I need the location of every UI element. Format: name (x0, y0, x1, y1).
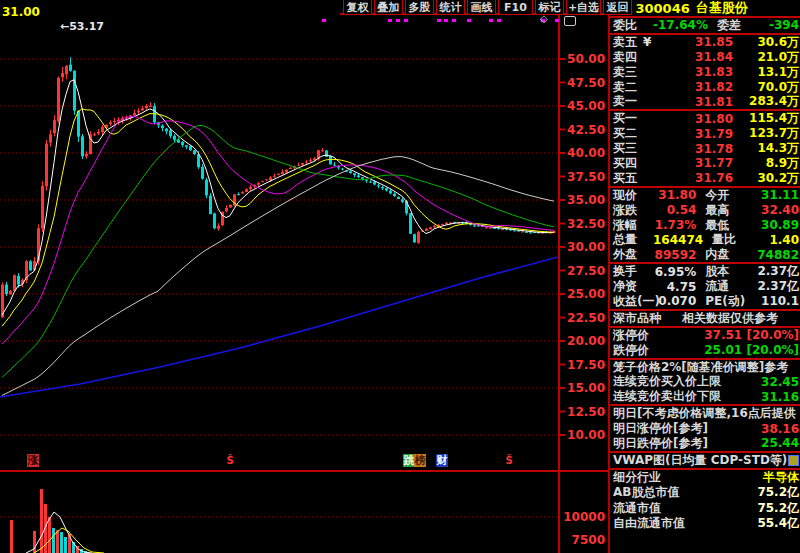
market-row: 深市品种 相关数据仅供参考 (610, 311, 800, 328)
svg-text:30.00: 30.00 (567, 240, 605, 254)
limit-label: 涨停价 (613, 328, 649, 343)
buy-queue: 买一31.80115.4万买二31.79123.7万买三31.7814.3万买四… (610, 111, 800, 187)
stat-row: 外盘89592内盘74882 (610, 247, 800, 262)
stat-label: 收益(一) (613, 294, 653, 309)
stat-row: 涨跌0.54最高32.40 (610, 203, 800, 218)
vwap-chart-icon[interactable] (788, 455, 799, 466)
level-volume: 70.0万 (733, 80, 799, 95)
stat-value: 32.40 (751, 203, 799, 217)
svg-text:40.00: 40.00 (567, 146, 605, 160)
toolbar-button-8[interactable]: +自选 (566, 0, 601, 15)
buy-level-row: 买五31.7630.2万 (610, 171, 800, 186)
event-marker-orange-badge[interactable]: 榜 (414, 454, 426, 467)
fundamental-row: 自由流通市值55.4亿 (610, 516, 800, 531)
fundamental-label: 流通市值 (613, 501, 661, 516)
kline-chart[interactable]: 50.0047.5045.0042.5040.0037.5035.0032.50… (0, 0, 608, 553)
toolbar-button-9[interactable]: 返回 (603, 0, 632, 15)
svg-text:47.50: 47.50 (567, 76, 605, 90)
level-volume: 123.7万 (733, 126, 799, 141)
toolbar-button-2[interactable]: 叠加 (374, 0, 403, 15)
level-label: 买五 (613, 171, 643, 186)
fundamental-label: 自由流通市值 (613, 516, 685, 531)
sell-level-row: 卖五¥31.8530.6万 (610, 35, 800, 50)
level-label: 买一 (613, 111, 643, 126)
stock-code[interactable]: 300046 (635, 1, 689, 16)
level-price: 31.80 (655, 112, 733, 126)
stat-label: 换手 (613, 264, 653, 279)
level-label: 卖二 (613, 80, 643, 95)
limit-row: 涨停价37.51 [20.0%] (610, 328, 800, 343)
stat-label: PE(动) (696, 294, 751, 309)
level-price: 31.79 (655, 127, 733, 141)
fundamental-row: AB股总市值75.2亿 (610, 485, 800, 500)
level-label: 买四 (613, 156, 643, 171)
level-label: 卖四 (613, 50, 643, 65)
toolbar-button-3[interactable]: 多股 (405, 0, 434, 15)
svg-text:12.50: 12.50 (567, 405, 605, 419)
trading-app-window: 复权叠加多股统计画线F10标记+自选返回 50.0047.5045.0042.5… (0, 0, 800, 553)
buy-level-row: 买三31.7814.3万 (610, 141, 800, 156)
event-marker-red-text[interactable]: Ŝ (503, 454, 515, 467)
tomorrow-value: 38.16 (708, 422, 799, 436)
svg-text:42.50: 42.50 (567, 123, 605, 137)
stat-row: 换手6.95%股本2.37亿 (610, 264, 800, 279)
stat-value: 2.37亿 (751, 279, 799, 294)
stat-row: 收益(一)0.070PE(动)110.1 (610, 294, 800, 309)
cage-price-section: 笼子价格2%[随基准价调整]参考 连续竞价买入价上限32.45连续竞价卖出价下限… (610, 360, 800, 407)
sell-level-row: 卖二31.8270.0万 (610, 80, 800, 95)
event-marker-red-badge[interactable]: 涨 (27, 454, 39, 467)
limit-value: 25.01 [20.0%] (649, 343, 799, 357)
tomorrow-row: 明日跌停价[参考]25.44 (610, 436, 800, 451)
sell-queue: 卖五¥31.8530.6万卖四31.8421.0万卖三31.8313.1万卖二3… (610, 35, 800, 111)
stat-value: 1.40 (758, 233, 799, 247)
sell-level-row: 卖一31.81283.4万 (610, 94, 800, 109)
weibi-label: 委比 (613, 18, 653, 34)
level-volume: 283.4万 (733, 94, 799, 109)
level-label: 买三 (613, 141, 643, 156)
level-price: 31.81 (655, 95, 733, 109)
stat-value: 31.11 (751, 188, 799, 202)
level-label: 卖五 (613, 35, 643, 50)
stat-label: 内盘 (696, 247, 751, 262)
toolbar-button-1[interactable]: 复权 (343, 0, 372, 15)
fundamental-label: AB股总市值 (613, 485, 679, 500)
svg-text:37.50: 37.50 (567, 170, 605, 184)
stat-label: 现价 (613, 188, 653, 203)
tomorrow-row: 明日涨停价[参考]38.16 (610, 421, 800, 436)
level-price: 31.77 (655, 156, 733, 170)
stat-value: 1.73% (653, 218, 696, 232)
level-price: 31.78 (655, 142, 733, 156)
svg-text:22.50: 22.50 (567, 311, 605, 325)
vwap-row[interactable]: VWAP图(日均量 CDP-STD等) (610, 453, 800, 470)
stat-value: 74882 (751, 248, 799, 262)
stat-label: 流通 (696, 279, 751, 294)
toolbar-button-6[interactable]: F10 (498, 0, 533, 15)
event-marker-blue-badge[interactable]: 财 (436, 454, 448, 467)
cage-value: 32.45 (721, 375, 799, 389)
tomorrow-label: 明日涨停价[参考] (613, 421, 708, 436)
stat-label: 量比 (703, 232, 758, 247)
fundamental-value: 55.4亿 (685, 516, 799, 531)
svg-text:10000: 10000 (563, 510, 605, 524)
tomorrow-section: 明日[不考虑价格调整,16点后提供 明日涨停价[参考]38.16明日跌停价[参考… (610, 406, 800, 453)
fundamental-row: 流通市值75.2亿 (610, 501, 800, 516)
stat-label: 外盘 (613, 247, 653, 262)
stat-value: 164474 (653, 233, 703, 247)
event-marker-red-text[interactable]: Ŝ (224, 454, 236, 467)
toolbar-button-7[interactable]: 标记 (535, 0, 564, 15)
stat-value: 2.37亿 (751, 264, 799, 279)
level-volume: 21.0万 (733, 50, 799, 65)
stat-label: 总量 (613, 232, 653, 247)
level-volume: 30.6万 (733, 35, 799, 50)
quote-stats2: 换手6.95%股本2.37亿净资4.75流通2.37亿收益(一)0.070PE(… (610, 264, 800, 311)
limit-value: 37.51 [20.0%] (649, 328, 799, 342)
cage-title: 笼子价格2%[随基准价调整]参考 (613, 360, 788, 375)
fundamental-value: 75.2亿 (661, 501, 799, 516)
kline-chart-canvas[interactable]: 50.0047.5045.0042.5040.0037.5035.0032.50… (0, 0, 608, 553)
level-volume: 8.9万 (733, 156, 799, 171)
stock-name[interactable]: 台基股份 (696, 0, 748, 17)
level-price: 31.85 (655, 35, 733, 49)
toolbar-button-5[interactable]: 画线 (467, 0, 496, 15)
stat-row: 净资4.75流通2.37亿 (610, 279, 800, 294)
toolbar-button-4[interactable]: 统计 (436, 0, 465, 15)
